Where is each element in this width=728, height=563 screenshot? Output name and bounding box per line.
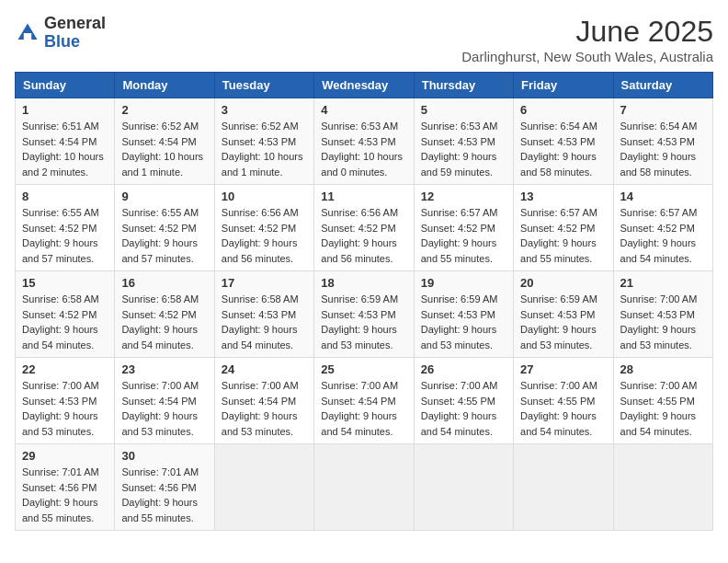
day-info: Sunrise: 7:00 AM Sunset: 4:55 PM Dayligh…	[520, 378, 606, 439]
sunrise-value: 7:00 AM	[561, 380, 597, 391]
daylight-label: Daylight: 9 hours and 54 minutes.	[222, 324, 298, 350]
day-number: 12	[421, 190, 506, 203]
sunrise-value: 6:58 AM	[62, 293, 98, 304]
calendar-cell: 8 Sunrise: 6:55 AM Sunset: 4:52 PM Dayli…	[16, 185, 115, 271]
day-info: Sunrise: 7:00 AM Sunset: 4:53 PM Dayligh…	[22, 378, 108, 439]
calendar-cell: 15 Sunrise: 6:58 AM Sunset: 4:52 PM Dayl…	[16, 271, 115, 358]
calendar-row: 29 Sunrise: 7:01 AM Sunset: 4:56 PM Dayl…	[16, 444, 713, 531]
sunset-value: 4:52 PM	[59, 223, 97, 234]
daylight-label: Daylight: 9 hours and 54 minutes.	[321, 410, 397, 437]
daylight-label: Daylight: 9 hours and 57 minutes.	[121, 237, 198, 264]
daylight-label: Daylight: 9 hours and 53 minutes.	[520, 324, 597, 350]
title-area: June 2025 Darlinghurst, New South Wales,…	[461, 15, 713, 64]
calendar-cell: 12 Sunrise: 6:57 AM Sunset: 4:52 PM Dayl…	[414, 185, 513, 271]
sunrise-value: 6:54 AM	[660, 121, 697, 132]
sunrise-value: 6:57 AM	[561, 207, 597, 218]
day-info: Sunrise: 6:55 AM Sunset: 4:52 PM Dayligh…	[121, 205, 207, 266]
day-info: Sunrise: 6:59 AM Sunset: 4:53 PM Dayligh…	[520, 292, 606, 352]
calendar-cell	[314, 444, 414, 531]
sunset-label: Sunset:	[421, 136, 458, 147]
sunset-label: Sunset:	[22, 136, 59, 147]
sunrise-value: 7:01 AM	[162, 466, 199, 477]
sunrise-label: Sunrise:	[321, 380, 360, 391]
day-info: Sunrise: 6:52 AM Sunset: 4:53 PM Dayligh…	[222, 119, 307, 179]
sunset-value: 4:52 PM	[159, 309, 197, 320]
daylight-label: Daylight: 9 hours and 53 minutes.	[121, 410, 198, 437]
sunset-value: 4:55 PM	[657, 396, 695, 407]
day-number: 11	[321, 190, 406, 203]
day-number: 5	[421, 103, 506, 117]
day-number: 13	[520, 190, 606, 203]
day-info: Sunrise: 6:59 AM Sunset: 4:53 PM Dayligh…	[321, 292, 406, 352]
calendar-cell: 5 Sunrise: 6:53 AM Sunset: 4:53 PM Dayli…	[414, 98, 513, 185]
daylight-label: Daylight: 9 hours and 57 minutes.	[22, 237, 98, 264]
sunset-label: Sunset:	[121, 136, 158, 147]
page-header: General Blue June 2025 Darlinghurst, New…	[15, 15, 713, 64]
daylight-label: Daylight: 9 hours and 54 minutes.	[520, 410, 597, 437]
logo-text: General Blue	[44, 15, 106, 52]
sunrise-value: 6:56 AM	[261, 207, 298, 218]
svg-rect-1	[24, 33, 31, 40]
daylight-label: Daylight: 9 hours and 53 minutes.	[321, 324, 397, 350]
sunset-label: Sunset:	[222, 309, 258, 320]
day-info: Sunrise: 6:57 AM Sunset: 4:52 PM Dayligh…	[620, 205, 706, 266]
day-number: 20	[520, 276, 606, 290]
day-info: Sunrise: 7:00 AM Sunset: 4:54 PM Dayligh…	[321, 378, 406, 439]
day-number: 19	[421, 276, 506, 290]
sunset-label: Sunset:	[222, 396, 258, 407]
calendar-cell: 17 Sunrise: 6:58 AM Sunset: 4:53 PM Dayl…	[214, 271, 313, 358]
sunset-value: 4:54 PM	[358, 396, 396, 407]
day-number: 27	[520, 362, 606, 376]
calendar-cell: 9 Sunrise: 6:55 AM Sunset: 4:52 PM Dayli…	[115, 185, 214, 271]
sunrise-value: 6:56 AM	[361, 207, 398, 218]
sunset-value: 4:54 PM	[258, 396, 296, 407]
sunset-value: 4:53 PM	[557, 309, 595, 320]
sunrise-label: Sunrise:	[620, 380, 660, 391]
calendar-cell	[514, 444, 613, 531]
day-info: Sunrise: 6:53 AM Sunset: 4:53 PM Dayligh…	[421, 119, 506, 179]
calendar-cell: 22 Sunrise: 7:00 AM Sunset: 4:53 PM Dayl…	[16, 358, 115, 444]
day-number: 3	[222, 103, 307, 117]
daylight-label: Daylight: 10 hours and 1 minute.	[121, 151, 203, 178]
sunrise-label: Sunrise:	[121, 121, 161, 132]
day-info: Sunrise: 6:58 AM Sunset: 4:52 PM Dayligh…	[121, 292, 207, 352]
sunset-label: Sunset:	[421, 396, 458, 407]
sunset-label: Sunset:	[520, 396, 557, 407]
sunrise-label: Sunrise:	[421, 380, 461, 391]
sunset-label: Sunset:	[222, 223, 258, 234]
sunset-value: 4:54 PM	[159, 136, 197, 147]
location-title: Darlinghurst, New South Wales, Australia	[461, 49, 713, 64]
sunrise-label: Sunrise:	[222, 207, 261, 218]
sunrise-label: Sunrise:	[421, 293, 461, 304]
day-number: 1	[22, 103, 108, 117]
day-number: 30	[121, 449, 207, 463]
daylight-label: Daylight: 9 hours and 53 minutes.	[222, 410, 298, 437]
calendar-cell: 18 Sunrise: 6:59 AM Sunset: 4:53 PM Dayl…	[314, 271, 414, 358]
sunrise-value: 6:57 AM	[660, 207, 697, 218]
sunset-label: Sunset:	[421, 309, 458, 320]
sunrise-label: Sunrise:	[321, 121, 360, 132]
day-number: 24	[222, 362, 307, 376]
daylight-label: Daylight: 9 hours and 55 minutes.	[421, 237, 497, 264]
sunrise-label: Sunrise:	[620, 207, 660, 218]
sunset-label: Sunset:	[121, 396, 158, 407]
sunset-value: 4:52 PM	[557, 223, 595, 234]
sunrise-label: Sunrise:	[22, 380, 62, 391]
header-thursday: Thursday	[414, 73, 513, 98]
sunrise-label: Sunrise:	[121, 380, 161, 391]
sunrise-value: 6:58 AM	[261, 293, 298, 304]
day-info: Sunrise: 6:53 AM Sunset: 4:53 PM Dayligh…	[321, 119, 406, 179]
day-number: 9	[121, 190, 207, 203]
day-number: 22	[22, 362, 108, 376]
day-number: 7	[620, 103, 706, 117]
header-friday: Friday	[514, 73, 613, 98]
sunrise-label: Sunrise:	[22, 207, 62, 218]
sunrise-label: Sunrise:	[121, 466, 161, 477]
sunrise-value: 7:00 AM	[261, 380, 298, 391]
day-info: Sunrise: 7:00 AM Sunset: 4:55 PM Dayligh…	[620, 378, 706, 439]
calendar-cell: 29 Sunrise: 7:01 AM Sunset: 4:56 PM Dayl…	[16, 444, 115, 531]
calendar-cell: 10 Sunrise: 6:56 AM Sunset: 4:52 PM Dayl…	[214, 185, 313, 271]
day-number: 4	[321, 103, 406, 117]
sunrise-label: Sunrise:	[22, 466, 62, 477]
sunset-value: 4:53 PM	[258, 309, 296, 320]
